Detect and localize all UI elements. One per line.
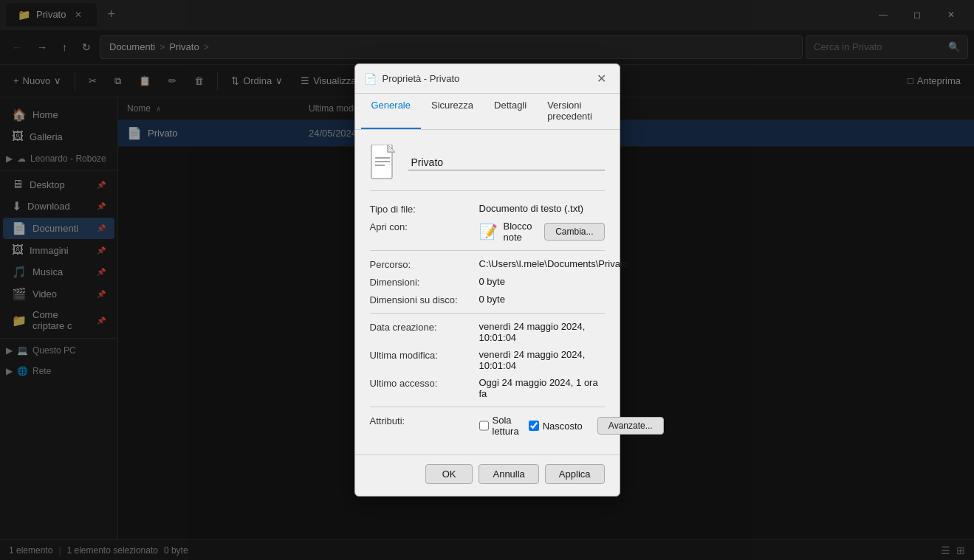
prop-row-ultima-modifica: Ultima modifica: venerdì 24 maggio 2024,… xyxy=(370,349,605,371)
modal-body: Tipo di file: Documento di testo (.txt) … xyxy=(355,130,620,454)
sola-lettura-check[interactable]: Sola lettura xyxy=(479,415,520,437)
modal-title: Proprietà - Privato xyxy=(383,73,586,84)
tipo-value: Documento di testo (.txt) xyxy=(479,203,605,214)
nascosto-checkbox[interactable] xyxy=(529,421,539,431)
file-name-row xyxy=(370,145,605,191)
big-file-icon xyxy=(370,145,399,180)
tipo-label: Tipo di file: xyxy=(370,203,473,215)
sola-lettura-checkbox[interactable] xyxy=(479,421,489,431)
ultimo-accesso-label: Ultimo accesso: xyxy=(370,377,473,389)
apri-label: Apri con: xyxy=(370,221,473,232)
tab-dettagli[interactable]: Dettagli xyxy=(484,94,537,129)
prop-divider-3 xyxy=(370,407,605,407)
avanzate-button[interactable]: Avanzate... xyxy=(597,417,664,435)
sola-lettura-label: Sola lettura xyxy=(493,415,520,437)
properties-modal: 📄 Proprietà - Privato ✕ Generale Sicurez… xyxy=(354,63,620,497)
prop-row-dimensioni: Dimensioni: 0 byte xyxy=(370,276,605,288)
tab-versioni[interactable]: Versioni precedenti xyxy=(537,94,613,129)
tab-generale[interactable]: Generale xyxy=(361,94,421,129)
prop-section-location: Percorso: C:\Users\l.mele\Documents\Priv… xyxy=(370,258,605,305)
blocconote-icon: 📝 xyxy=(479,223,498,241)
prop-divider-1 xyxy=(370,250,605,251)
prop-row-ultimo-accesso: Ultimo accesso: Oggi 24 maggio 2024, 1 o… xyxy=(370,377,605,399)
prop-row-percorso: Percorso: C:\Users\l.mele\Documents\Priv… xyxy=(370,258,605,270)
prop-row-creazione: Data creazione: venerdì 24 maggio 2024, … xyxy=(370,321,605,343)
prop-section-dates: Data creazione: venerdì 24 maggio 2024, … xyxy=(370,321,605,399)
ultima-modifica-value: venerdì 24 maggio 2024, 10:01:04 xyxy=(479,349,605,371)
nascosto-label: Nascosto xyxy=(543,421,583,432)
percorso-label: Percorso: xyxy=(370,258,473,270)
prop-row-apri: Apri con: 📝 Blocco note Cambia... xyxy=(370,221,605,243)
percorso-value: C:\Users\l.mele\Documents\Privato xyxy=(479,258,628,269)
dimensioni-disco-label: Dimensioni su disco: xyxy=(370,294,473,305)
dimensioni-disco-value: 0 byte xyxy=(479,294,605,305)
prop-row-dimensioni-disco: Dimensioni su disco: 0 byte xyxy=(370,294,605,305)
dimensioni-value: 0 byte xyxy=(479,276,605,287)
cambia-button[interactable]: Cambia... xyxy=(544,223,604,241)
applica-button[interactable]: Applica xyxy=(545,464,605,484)
ultima-modifica-label: Ultima modifica: xyxy=(370,349,473,361)
prop-row-attributi: Attributi: Sola lettura Nascosto Avanzat… xyxy=(370,415,605,437)
attributi-label: Attributi: xyxy=(370,415,473,426)
modal-close-button[interactable]: ✕ xyxy=(592,70,611,87)
modal-title-icon: 📄 xyxy=(364,73,377,85)
annulla-button[interactable]: Annulla xyxy=(479,464,538,484)
dimensioni-label: Dimensioni: xyxy=(370,276,473,288)
ultimo-accesso-value: Oggi 24 maggio 2024, 1 ora fa xyxy=(479,377,605,399)
prop-section-type: Tipo di file: Documento di testo (.txt) … xyxy=(370,203,605,243)
modal-overlay: 📄 Proprietà - Privato ✕ Generale Sicurez… xyxy=(0,0,974,560)
modal-tabs: Generale Sicurezza Dettagli Versioni pre… xyxy=(355,94,620,130)
ok-button[interactable]: OK xyxy=(425,464,473,484)
file-name-input[interactable] xyxy=(408,155,605,170)
creazione-label: Data creazione: xyxy=(370,321,473,333)
modal-footer: OK Annulla Applica xyxy=(355,454,620,496)
prop-divider-2 xyxy=(370,313,605,314)
prop-row-tipo: Tipo di file: Documento di testo (.txt) xyxy=(370,203,605,215)
tab-sicurezza[interactable]: Sicurezza xyxy=(421,94,484,129)
modal-titlebar: 📄 Proprietà - Privato ✕ xyxy=(355,64,620,94)
nascosto-check[interactable]: Nascosto xyxy=(529,421,583,432)
apri-row: 📝 Blocco note Cambia... xyxy=(479,221,605,243)
creazione-value: venerdì 24 maggio 2024, 10:01:04 xyxy=(479,321,605,343)
attr-row: Sola lettura Nascosto Avanzate... xyxy=(479,415,664,437)
apri-app-name: Blocco note xyxy=(504,221,539,243)
